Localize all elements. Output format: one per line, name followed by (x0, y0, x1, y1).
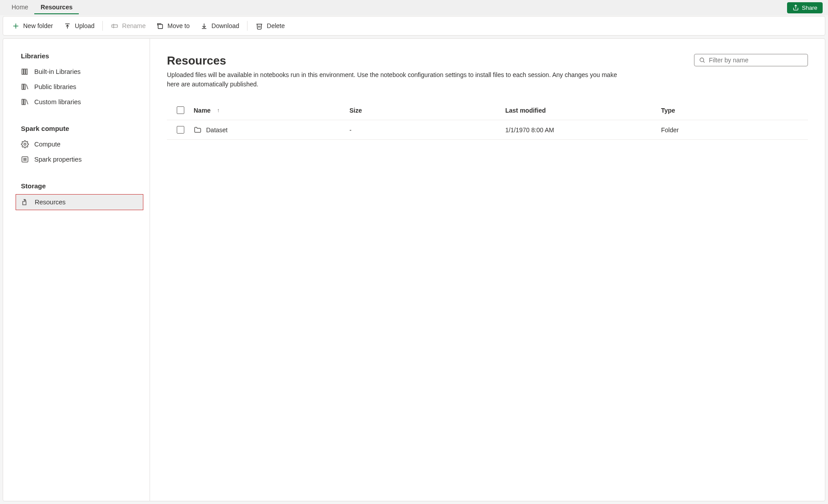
sidebar-section-spark: Spark compute (3, 122, 150, 137)
sidebar-item-spark-properties[interactable]: Spark properties (3, 152, 150, 167)
row-modified: 1/1/1970 8:00 AM (505, 126, 661, 134)
books-icon (21, 68, 29, 76)
move-icon (156, 22, 164, 30)
row-checkbox-cell[interactable] (167, 126, 194, 134)
download-icon (200, 22, 208, 30)
col-name-label: Name (194, 107, 211, 114)
sidebar-spark-props-label: Spark properties (34, 156, 81, 163)
move-to-label: Move to (167, 22, 190, 29)
row-checkbox[interactable] (177, 126, 184, 134)
new-folder-label: New folder (23, 22, 53, 29)
share-icon (792, 4, 799, 11)
sidebar-item-compute[interactable]: Compute (3, 137, 150, 152)
toolbar-separator (102, 21, 103, 31)
delete-button[interactable]: Delete (251, 20, 289, 33)
plus-icon (12, 22, 20, 30)
share-label: Share (802, 4, 817, 11)
sidebar-public-label: Public libraries (34, 83, 76, 90)
tab-resources[interactable]: Resources (34, 1, 79, 14)
rename-label: Rename (122, 22, 146, 29)
svg-rect-14 (26, 69, 27, 74)
folder-icon (194, 126, 202, 134)
upload-label: Upload (75, 22, 94, 29)
sidebar-item-resources[interactable]: Resources (16, 194, 143, 210)
rename-icon (111, 22, 118, 30)
tab-home[interactable]: Home (5, 1, 34, 14)
table-header: Name ↑ Size Last modified Type (167, 101, 808, 120)
svg-rect-13 (24, 69, 25, 74)
filter-input[interactable] (709, 57, 803, 64)
trash-icon (256, 22, 263, 30)
share-button[interactable]: Share (787, 2, 823, 13)
select-all-checkbox[interactable] (177, 106, 184, 114)
row-type: Folder (661, 126, 808, 134)
svg-rect-15 (22, 84, 23, 89)
download-label: Download (211, 22, 239, 29)
sidebar-custom-label: Custom libraries (34, 98, 81, 106)
row-name-cell[interactable]: Dataset (194, 126, 349, 134)
svg-point-21 (24, 143, 26, 146)
sidebar-item-custom-libraries[interactable]: Custom libraries (3, 94, 150, 110)
upload-button[interactable]: Upload (59, 20, 99, 33)
library-icon (21, 98, 29, 106)
sort-arrow-icon: ↑ (217, 107, 219, 114)
header-size[interactable]: Size (349, 107, 505, 114)
header-modified[interactable]: Last modified (505, 107, 661, 114)
main-layout: Libraries Built-in Libraries Public libr… (3, 38, 825, 501)
tabs-bar: Home Resources Share (0, 0, 828, 15)
svg-rect-16 (24, 84, 25, 89)
rename-button[interactable]: Rename (106, 20, 150, 33)
svg-rect-19 (24, 99, 25, 105)
sidebar-section-libraries: Libraries (3, 49, 150, 64)
svg-line-17 (26, 85, 28, 89)
row-size: - (349, 126, 505, 134)
gear-icon (21, 140, 29, 148)
new-folder-button[interactable]: New folder (8, 20, 57, 33)
svg-rect-18 (22, 99, 23, 105)
sidebar-section-storage: Storage (3, 179, 150, 194)
svg-rect-5 (112, 24, 118, 27)
toolbar: New folder Upload Rename Move to Downloa… (3, 16, 825, 36)
svg-rect-7 (158, 24, 162, 28)
svg-line-20 (26, 100, 28, 105)
sidebar-resources-label: Resources (35, 199, 65, 206)
header-name[interactable]: Name ↑ (194, 107, 349, 114)
header-type[interactable]: Type (661, 107, 808, 114)
resources-icon (21, 198, 29, 206)
table-row[interactable]: Dataset - 1/1/1970 8:00 AM Folder (167, 120, 808, 140)
content-header: Resources Uploaded files will be availab… (167, 54, 808, 89)
toolbar-separator (247, 21, 248, 31)
upload-icon (64, 22, 71, 30)
search-icon (699, 57, 705, 64)
sidebar-compute-label: Compute (34, 141, 61, 148)
svg-rect-12 (22, 69, 23, 74)
library-icon (21, 83, 29, 91)
list-icon (21, 155, 29, 163)
tabs-left: Home Resources (5, 1, 79, 14)
download-button[interactable]: Download (196, 20, 244, 33)
page-description: Uploaded files will be available in note… (167, 70, 630, 89)
sidebar-item-public-libraries[interactable]: Public libraries (3, 79, 150, 94)
delete-label: Delete (267, 22, 284, 29)
filter-box[interactable] (694, 54, 808, 66)
file-table: Name ↑ Size Last modified Type Dataset -… (167, 101, 808, 140)
sidebar-item-builtin-libraries[interactable]: Built-in Libraries (3, 64, 150, 79)
svg-line-27 (703, 61, 705, 63)
page-title: Resources (167, 54, 630, 68)
row-name: Dataset (206, 126, 227, 134)
content: Resources Uploaded files will be availab… (150, 39, 825, 501)
sidebar: Libraries Built-in Libraries Public libr… (3, 39, 150, 501)
sidebar-builtin-label: Built-in Libraries (34, 68, 81, 75)
svg-point-26 (700, 58, 703, 61)
move-to-button[interactable]: Move to (152, 20, 194, 33)
header-checkbox-cell[interactable] (167, 106, 194, 114)
